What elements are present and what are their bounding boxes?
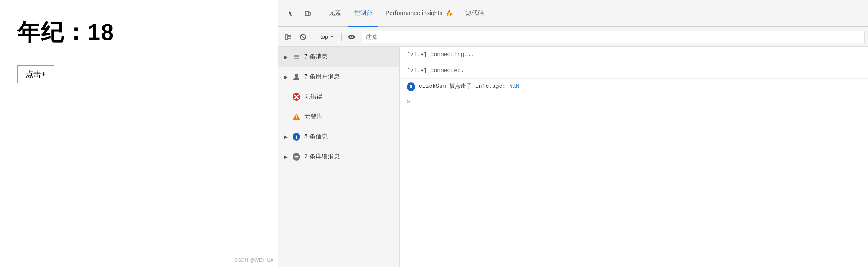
dropdown-arrow-icon: ▼ (330, 34, 334, 39)
log-text-content: clickSum 被点击了 info.age: NaN (419, 82, 519, 91)
console-line-click-log: 5 clickSum 被点击了 info.age: NaN (400, 79, 868, 95)
user-icon (292, 73, 301, 81)
svg-text:i: i (296, 134, 297, 140)
clear-console-icon[interactable] (296, 30, 309, 43)
sidebar-item-verbose[interactable]: ▶ 2 条详细消息 (278, 147, 399, 167)
console-filter-input[interactable] (362, 31, 865, 43)
sidebar-item-user[interactable]: ▶ 7 条用户消息 (278, 67, 399, 87)
arrow-icon-user: ▶ (283, 74, 289, 79)
devtools-panel: 元素 控制台 Performance insights 🔥 源代码 (278, 0, 868, 267)
log-count-badge: 5 (407, 82, 415, 91)
webpage-content: 年纪：18 点击+ CSDN @WEIHUA (0, 0, 278, 267)
list-icon (292, 53, 301, 61)
watermark-text: CSDN @WEIHUA (235, 257, 273, 263)
devtools-tab-bar: 元素 控制台 Performance insights 🔥 源代码 (278, 0, 868, 27)
console-sidebar: ▶ 7 条消息 ▶ (278, 47, 400, 267)
console-output: [vite] connecting... [vite] connected. 5… (400, 47, 868, 267)
tab-performance-insights[interactable]: Performance insights 🔥 (379, 0, 459, 27)
console-line-vite-connected: [vite] connected. (400, 63, 868, 79)
svg-line-7 (301, 35, 305, 39)
svg-text:!: ! (296, 115, 297, 120)
svg-rect-0 (305, 11, 309, 16)
verbose-icon (292, 152, 301, 161)
sidebar-item-warnings[interactable]: ▶ ! 无警告 (278, 107, 399, 127)
tab-sources[interactable]: 源代码 (460, 0, 490, 27)
age-display: 年纪：18 (17, 17, 260, 48)
svg-point-22 (297, 156, 299, 158)
sidebar-toggle-icon[interactable] (282, 30, 295, 43)
warning-icon: ! (292, 112, 301, 121)
tab-console[interactable]: 控制台 (348, 0, 378, 27)
info-icon: i (292, 132, 301, 141)
click-plus-button[interactable]: 点击+ (17, 65, 54, 83)
sidebar-item-errors[interactable]: ▶ 无错误 (278, 87, 399, 107)
sidebar-item-info[interactable]: ▶ i 5 条信息 (278, 127, 399, 147)
console-line-vite-connecting: [vite] connecting... (400, 47, 868, 63)
svg-point-11 (295, 74, 298, 77)
flame-icon: 🔥 (445, 10, 453, 16)
context-selector[interactable]: top ▼ (317, 32, 338, 42)
arrow-icon-info: ▶ (283, 134, 289, 139)
sidebar-item-all[interactable]: ▶ 7 条消息 (278, 47, 399, 67)
console-prompt[interactable]: > (400, 95, 868, 109)
devtools-main-area: ▶ 7 条消息 ▶ (278, 47, 868, 267)
device-toggle-icon[interactable] (300, 6, 316, 21)
eye-icon[interactable] (345, 30, 358, 43)
devtools-toolbar: top ▼ (278, 27, 868, 47)
svg-point-21 (296, 156, 297, 158)
svg-point-20 (295, 156, 296, 158)
svg-rect-1 (309, 12, 310, 15)
inspect-element-icon[interactable] (283, 6, 299, 21)
tab-elements[interactable]: 元素 (323, 0, 347, 27)
toolbar-divider-1 (313, 33, 313, 41)
error-icon (292, 92, 301, 101)
toolbar-divider-2 (341, 33, 342, 41)
arrow-icon-verbose: ▶ (283, 154, 289, 159)
svg-rect-2 (286, 34, 287, 40)
arrow-icon-all: ▶ (283, 54, 289, 59)
tab-divider-1 (319, 8, 319, 19)
